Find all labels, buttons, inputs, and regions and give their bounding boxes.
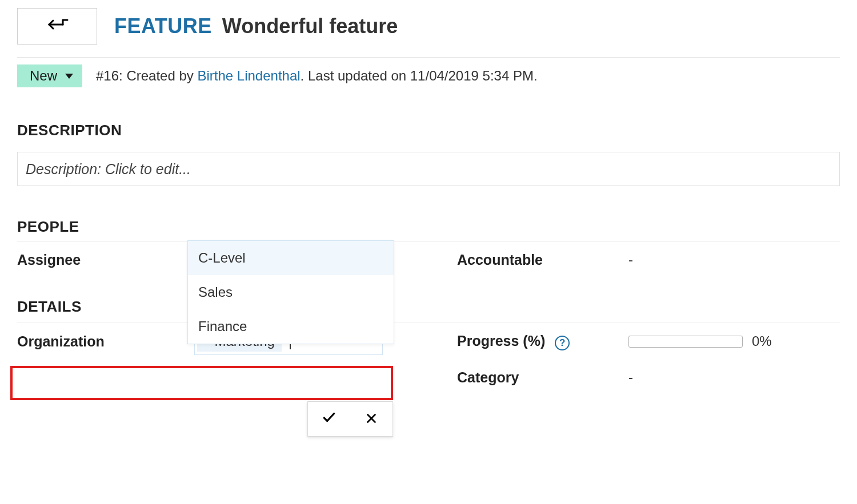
- progress-label: Progress (%) ?: [457, 333, 628, 350]
- organization-dropdown[interactable]: C-Level Sales Finance: [187, 240, 394, 344]
- category-value[interactable]: -: [628, 369, 633, 385]
- dropdown-option[interactable]: Sales: [188, 275, 394, 309]
- details-heading: DETAILS: [17, 298, 840, 316]
- description-input[interactable]: Description: Click to edit...: [17, 152, 840, 186]
- help-icon[interactable]: ?: [555, 336, 570, 350]
- confirm-button[interactable]: [308, 402, 350, 436]
- cancel-button[interactable]: [350, 402, 393, 436]
- assignee-label: Assignee: [17, 252, 194, 268]
- divider: [17, 57, 840, 58]
- page-title: FEATURE Wonderful feature: [114, 14, 398, 38]
- category-label: Category: [457, 369, 628, 386]
- status-value: New: [30, 68, 57, 84]
- meta-info: #16: Created by Birthe Lindenthal. Last …: [96, 68, 538, 84]
- close-icon: [365, 409, 378, 429]
- people-heading: PEOPLE: [17, 218, 840, 236]
- meta-prefix: #16: Created by: [96, 68, 197, 83]
- progress-value: 0%: [752, 333, 772, 349]
- check-icon: [322, 409, 337, 429]
- status-dropdown[interactable]: New: [17, 64, 82, 87]
- meta-suffix: . Last updated on 11/04/2019 5:34 PM.: [301, 68, 538, 83]
- back-button[interactable]: [17, 8, 97, 45]
- dropdown-option[interactable]: C-Level: [188, 241, 394, 275]
- confirm-cancel-bar: [307, 401, 393, 437]
- back-arrow-icon: [46, 18, 69, 35]
- description-placeholder: Description: Click to edit...: [26, 161, 191, 178]
- progress-bar[interactable]: [628, 336, 743, 348]
- accountable-label: Accountable: [457, 252, 628, 268]
- organization-label: Organization: [17, 333, 194, 350]
- dropdown-option[interactable]: Finance: [188, 309, 394, 344]
- chevron-down-icon: [65, 74, 73, 79]
- author-link[interactable]: Birthe Lindenthal: [197, 68, 300, 83]
- work-package-type: FEATURE: [114, 14, 212, 38]
- work-package-title[interactable]: Wonderful feature: [222, 14, 398, 38]
- description-heading: DESCRIPTION: [17, 122, 840, 139]
- accountable-value[interactable]: -: [628, 252, 633, 268]
